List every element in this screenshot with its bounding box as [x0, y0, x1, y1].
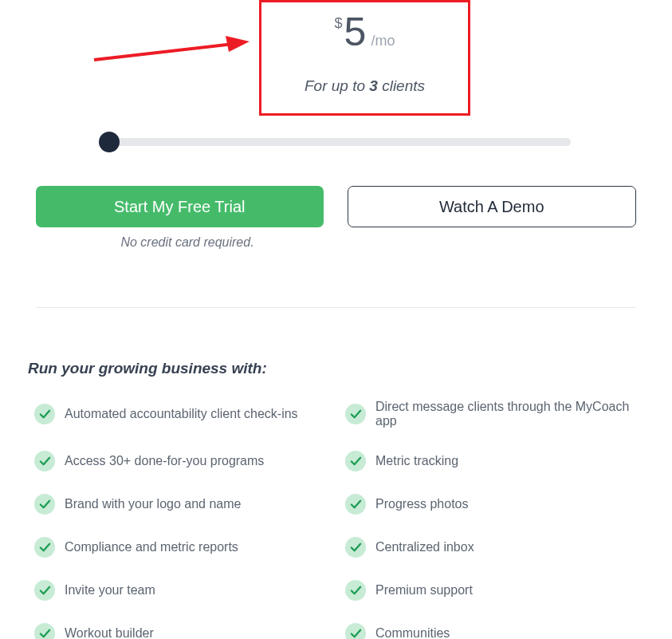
check-icon	[345, 580, 366, 601]
check-icon	[345, 451, 366, 471]
check-icon	[345, 537, 366, 558]
annotation-arrow-icon	[90, 36, 253, 66]
feature-text: Invite your team	[65, 583, 155, 598]
features-heading: Run your growing business with:	[28, 360, 644, 377]
feature-item: Brand with your logo and name	[34, 494, 337, 515]
cta-note: No credit card required.	[36, 235, 339, 250]
svg-line-0	[94, 44, 234, 60]
price-caption: For up to 3 clients	[305, 77, 425, 95]
feature-text: Brand with your logo and name	[65, 497, 241, 511]
slider-track	[101, 138, 571, 146]
start-free-trial-button[interactable]: Start My Free Trial	[36, 186, 324, 227]
check-icon	[34, 580, 55, 601]
section-divider	[36, 307, 636, 308]
check-icon	[345, 494, 366, 515]
feature-item: Automated accountability client check-in…	[34, 400, 337, 428]
client-count-slider[interactable]	[101, 138, 571, 146]
check-icon	[34, 494, 55, 515]
check-icon	[345, 623, 366, 639]
feature-text: Communities	[375, 626, 450, 639]
feature-text: Direct message clients through the MyCoa…	[375, 400, 644, 428]
feature-item: Progress photos	[345, 494, 644, 515]
features-list: Automated accountability client check-in…	[34, 400, 644, 639]
feature-text: Access 30+ done-for-you programs	[65, 454, 264, 468]
check-icon	[34, 537, 55, 558]
watch-demo-button[interactable]: Watch A Demo	[348, 186, 637, 227]
feature-text: Workout builder	[65, 626, 154, 639]
highlighted-price-region: $ 5 /mo For up to 3 clients	[259, 0, 470, 116]
price-amount: 5	[344, 9, 367, 55]
check-icon	[345, 404, 366, 424]
svg-marker-1	[226, 36, 250, 52]
price-display: $ 5 /mo	[335, 9, 395, 55]
currency-symbol: $	[335, 15, 343, 32]
check-icon	[34, 623, 55, 639]
check-icon	[34, 404, 55, 424]
feature-item: Workout builder	[34, 623, 337, 639]
feature-text: Premium support	[375, 583, 473, 598]
feature-text: Progress photos	[375, 497, 469, 511]
cta-buttons: Start My Free Trial Watch A Demo	[28, 186, 644, 227]
feature-item: Metric tracking	[345, 451, 644, 471]
feature-item: Premium support	[345, 580, 644, 601]
feature-item: Compliance and metric reports	[34, 537, 337, 558]
feature-text: Metric tracking	[375, 454, 458, 468]
feature-item: Communities	[345, 623, 644, 639]
feature-item: Direct message clients through the MyCoa…	[345, 400, 644, 428]
feature-text: Compliance and metric reports	[65, 540, 238, 554]
feature-item: Access 30+ done-for-you programs	[34, 451, 337, 471]
feature-item: Centralized inbox	[345, 537, 644, 558]
check-icon	[34, 451, 55, 471]
feature-text: Automated accountability client check-in…	[65, 407, 298, 421]
feature-text: Centralized inbox	[375, 540, 474, 554]
price-period: /mo	[371, 33, 395, 49]
slider-thumb[interactable]	[99, 132, 120, 152]
feature-item: Invite your team	[34, 580, 337, 601]
